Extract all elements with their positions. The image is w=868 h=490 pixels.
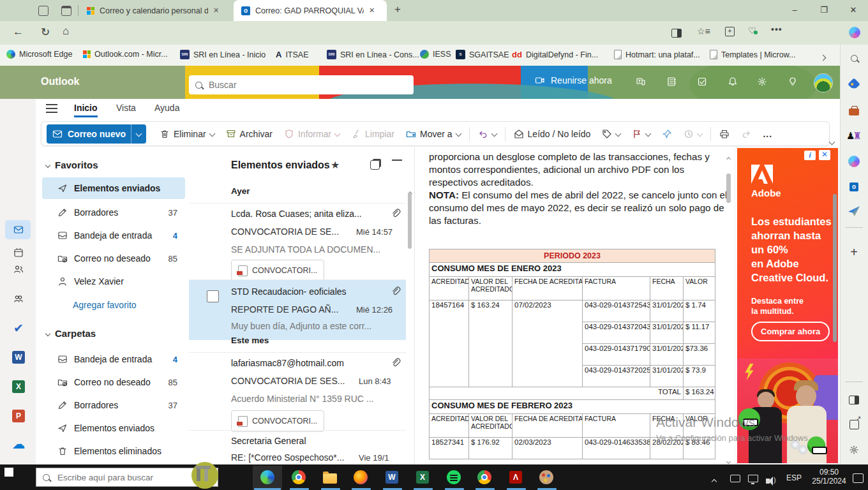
tray-volume-icon[interactable] xyxy=(766,475,770,486)
search-highlight-image[interactable] xyxy=(191,462,218,489)
ad-scrollbar[interactable] xyxy=(833,194,837,342)
attachment-chip[interactable]: CONVOCATORI... xyxy=(231,410,324,432)
email-item-3[interactable]: lafariasmac87@hotmail.com CONVOCATORIA D… xyxy=(189,353,406,428)
redo-button[interactable] xyxy=(735,124,757,144)
attachment-chip[interactable]: CONVOCATORI... xyxy=(231,260,324,281)
folder-item-enviados-2[interactable]: Elementos enviados xyxy=(42,417,185,439)
star-filled-icon[interactable]: ★ xyxy=(331,159,340,171)
account-avatar[interactable] xyxy=(814,74,832,92)
taskbar-word-icon[interactable]: W xyxy=(384,470,400,485)
tray-language[interactable]: ESP xyxy=(786,473,802,482)
mail-icon[interactable] xyxy=(10,221,27,238)
folder-item-bandeja-2[interactable]: Bandeja de entrada4 xyxy=(42,348,185,370)
people-icon[interactable] xyxy=(10,261,27,278)
todo-check-icon[interactable]: ✔ xyxy=(10,320,27,336)
search-input[interactable] xyxy=(207,79,389,91)
tab-ayuda[interactable]: Ayuda xyxy=(154,103,179,113)
workspaces-icon[interactable] xyxy=(38,6,49,16)
tray-expand-icon[interactable] xyxy=(712,475,716,486)
folders-header[interactable]: Carpetas xyxy=(46,328,96,339)
onenote-icon[interactable] xyxy=(666,77,677,89)
folder-item-no-deseado-2[interactable]: Correo no deseado85 xyxy=(42,371,185,393)
bookmark-templates[interactable]: Templates | Microw... xyxy=(710,50,795,59)
back-icon[interactable]: ← xyxy=(13,26,24,38)
list-scrollbar[interactable] xyxy=(408,193,412,249)
ad-info-icon[interactable]: i xyxy=(804,151,816,160)
bookmark-sri-inicio[interactable]: SRISRI en Línea - Inicio xyxy=(180,50,266,59)
tab-personal-mail[interactable]: Correo y calendario personal de M... ✕ xyxy=(83,0,231,21)
taskbar-search[interactable] xyxy=(36,468,218,487)
favorites-header[interactable]: Favoritos xyxy=(46,160,98,170)
bookmark-sri-consultas[interactable]: SRISRI en Línea - Cons... xyxy=(327,50,419,59)
move-to-button[interactable]: Mover a xyxy=(400,124,467,144)
undo-button[interactable] xyxy=(472,124,502,144)
taskbar-excel-icon[interactable]: X xyxy=(415,470,430,485)
taskbar-acrobat-icon[interactable]: Λ xyxy=(508,470,523,485)
tab-close-icon[interactable]: ✕ xyxy=(369,6,375,15)
reading-scroll-down-icon[interactable] xyxy=(727,454,730,464)
ad-close-icon[interactable]: ✕ xyxy=(819,150,830,160)
bookmark-outlook[interactable]: Outlook.com - Micr... xyxy=(83,50,168,59)
powerpoint-icon[interactable]: P xyxy=(10,408,27,424)
sidebar-split-icon[interactable] xyxy=(847,393,861,407)
split-screen-icon[interactable] xyxy=(671,29,682,38)
hamburger-icon[interactable] xyxy=(46,104,57,105)
folder-item-no-deseado[interactable]: Correo no deseado85 xyxy=(42,248,185,269)
window-maximize-button[interactable]: ❐ xyxy=(814,5,834,15)
folder-item-borradores-2[interactable]: Borradores37 xyxy=(42,394,185,416)
taskbar-chrome-icon[interactable] xyxy=(291,470,306,485)
bookmarks-overflow-icon[interactable] xyxy=(821,51,825,63)
tray-clock[interactable]: 09:50 25/1/2024 xyxy=(811,468,848,486)
archive-button[interactable]: Archivar xyxy=(220,124,278,144)
reading-scroll-up-icon[interactable] xyxy=(727,152,730,163)
todo-icon[interactable] xyxy=(697,77,707,89)
home-icon[interactable]: ⌂ xyxy=(63,25,69,38)
bookmark-digitaldefynd[interactable]: ddDigitalDefynd - Fin... xyxy=(512,50,598,59)
new-mail-dropdown[interactable] xyxy=(131,124,146,144)
sidebar-shopping-icon[interactable] xyxy=(847,77,861,91)
groups-icon[interactable] xyxy=(10,290,27,307)
sidebar-tools-icon[interactable] xyxy=(847,105,861,119)
sidebar-games-icon[interactable]: ♟♜ xyxy=(847,129,861,143)
folder-item-eliminados[interactable]: Elementos eliminados xyxy=(42,440,185,462)
new-mail-button[interactable]: Correo nuevo xyxy=(47,124,146,144)
browser-essentials-icon[interactable]: ♡ xyxy=(748,26,756,36)
refresh-icon[interactable]: ↻ xyxy=(41,26,50,39)
tab-correo-gad[interactable]: o Correo: GAD PARROQUIAL VALLE ✕ xyxy=(234,0,387,21)
outlook-search[interactable] xyxy=(189,75,414,94)
window-close-button[interactable]: ✕ xyxy=(844,5,863,15)
favorites-bar-icon[interactable]: ☆≡ xyxy=(697,26,710,36)
email-item-1[interactable]: Lcda. Rosa Cuases; anita eliza... CONVOC… xyxy=(189,204,406,279)
more-commands-button[interactable]: ... xyxy=(757,124,778,144)
tab-vista[interactable]: Vista xyxy=(116,103,136,113)
filter-icon[interactable] xyxy=(392,160,402,161)
taskbar-search-input[interactable] xyxy=(56,472,180,483)
taskbar-paint-icon[interactable] xyxy=(539,470,554,485)
folder-item-velez[interactable]: Velez Xavier xyxy=(42,271,185,292)
taskbar-edge-icon[interactable] xyxy=(260,470,275,485)
read-unread-button[interactable]: Leído / No leído xyxy=(508,124,597,144)
sidebar-add-icon[interactable]: + xyxy=(847,245,861,259)
folder-item-elementos-enviados[interactable]: Elementos enviados xyxy=(42,177,185,199)
tray-notifications-icon[interactable] xyxy=(853,473,864,486)
sidebar-open-link-icon[interactable] xyxy=(847,417,861,431)
teams-icon[interactable] xyxy=(636,77,646,89)
tab-close-icon[interactable]: ✕ xyxy=(213,6,219,15)
taskbar-chrome-profile-icon[interactable] xyxy=(477,470,492,485)
calendar-icon[interactable] xyxy=(10,244,27,261)
bookmark-edge[interactable]: Microsoft Edge xyxy=(6,50,72,59)
folder-item-borradores[interactable]: Borradores37 xyxy=(42,202,185,223)
categorize-button[interactable] xyxy=(596,124,626,144)
taskbar-spotify-icon[interactable] xyxy=(446,470,461,485)
sidebar-settings-icon[interactable] xyxy=(847,443,861,457)
bookmark-sgaitsae[interactable]: SSGAITSAE xyxy=(456,50,509,59)
print-button[interactable] xyxy=(714,124,735,144)
sidebar-copilot-icon[interactable] xyxy=(847,154,861,168)
delete-button[interactable]: Eliminar xyxy=(154,124,220,144)
sidebar-drop-icon[interactable] xyxy=(847,204,861,218)
add-favorite-link[interactable]: Agregar favorito xyxy=(73,300,137,310)
bookmark-itsae[interactable]: AITSAE xyxy=(276,50,309,59)
group-este-mes[interactable]: Este mes xyxy=(231,336,269,345)
email-checkbox[interactable] xyxy=(207,290,219,302)
copilot-icon[interactable] xyxy=(849,27,860,38)
